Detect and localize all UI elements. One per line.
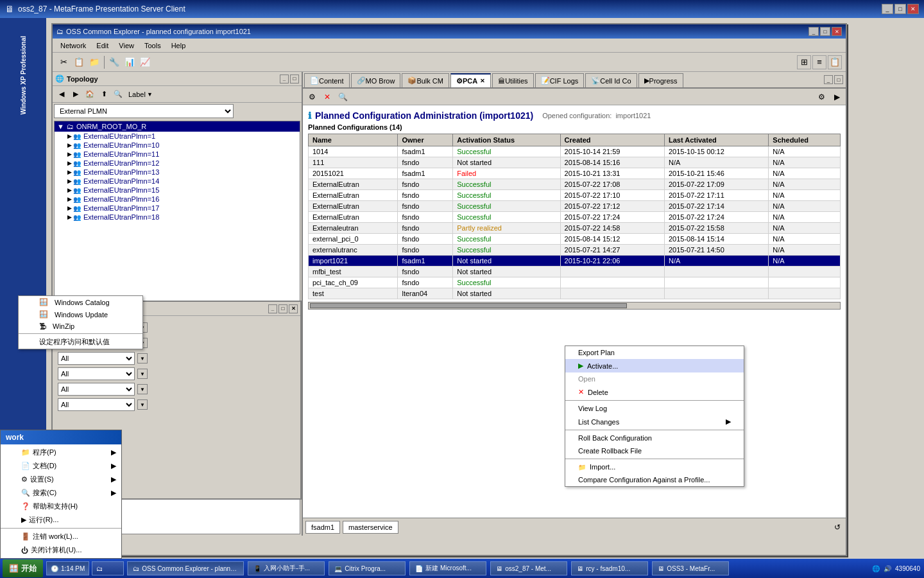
tab-mobrow[interactable]: 🔗 MO Brow (351, 73, 401, 87)
table-row[interactable]: 111 fsndo Not started 2015-08-14 15:16 N… (309, 157, 841, 168)
tab-ciflogs[interactable]: 📝 CIF Logs (535, 73, 585, 87)
menu-help[interactable]: Help (166, 40, 191, 51)
wcm-item-catalog[interactable]: 🪟 Windows Catalog (19, 296, 142, 308)
outer-close-btn[interactable]: ✕ (907, 4, 919, 14)
filter-select-3[interactable]: All (58, 367, 135, 380)
toolbar-config-btn[interactable]: 📈 (138, 55, 152, 69)
tab-bulkcm[interactable]: 📦 Bulk CM (402, 73, 449, 87)
table-row[interactable]: ExternalEutran fsndo Successful 2015-07-… (309, 190, 841, 201)
menu-view[interactable]: View (114, 40, 139, 51)
filter-select-4[interactable]: All (58, 383, 135, 396)
toolbar-paste-btn[interactable]: 📁 (87, 55, 101, 69)
nav-search-btn[interactable]: 🔍 (112, 88, 124, 101)
start-menu-item-help[interactable]: ❓ 帮助和支持(H) (1, 500, 121, 513)
tree-item-5[interactable]: ▶ 👥 ExternalEUtranPlmn=14 (55, 177, 300, 186)
topology-minimize-btn[interactable]: _ (280, 74, 289, 83)
table-row[interactable]: externalutranc fsndo Successful 2015-07-… (309, 245, 841, 256)
filter-minimize-btn[interactable]: _ (268, 304, 277, 313)
ctx-list-changes[interactable]: List Changes ▶ (565, 415, 744, 428)
outer-minimize-btn[interactable]: _ (882, 4, 893, 14)
nav-home-btn[interactable]: 🏠 (83, 88, 96, 101)
tab-tool-config[interactable]: ⚙ (815, 91, 828, 103)
tab-utilities[interactable]: 🏛 Utilities (492, 73, 533, 87)
table-row[interactable]: 20151021 fsadm1 Failed 2015-10-21 13:31 … (309, 168, 841, 179)
toolbar-refresh-btn[interactable]: 🔧 (107, 55, 121, 69)
filter-dropdown-btn-2[interactable]: ▼ (137, 353, 148, 363)
taskbar-item-7[interactable]: 🖥 OSS3 - MetaFr... (652, 561, 729, 575)
table-row[interactable]: mfbi_test fsndo Not started (309, 267, 841, 277)
menu-network[interactable]: Network (55, 40, 91, 51)
toolbar-right-btn3[interactable]: 📋 (828, 55, 842, 69)
tree-root[interactable]: ▼ 🗂 ONRM_ROOT_MO_R (55, 121, 300, 132)
table-row[interactable]: external_pci_0 fsndo Successful 2015-08-… (309, 234, 841, 245)
start-menu-item-logout[interactable]: 🚪 注销 work(L)... (1, 530, 121, 543)
topology-maximize-btn[interactable]: □ (290, 74, 299, 83)
filter-close-btn[interactable]: ✕ (289, 304, 298, 313)
ctx-import[interactable]: 📁 Import... (565, 460, 744, 473)
toolbar-copy-btn[interactable]: 📋 (72, 55, 86, 69)
tree-item-0[interactable]: ▶ 👥 ExternalEUtranPlmn=1 (55, 132, 300, 141)
tab-tool-right[interactable]: ▶ (830, 91, 843, 103)
tree-item-1[interactable]: ▶ 👥 ExternalEUtranPlmn=10 (55, 141, 300, 150)
table-row[interactable]: ExternalEutran fsndo Successful 2015-07-… (309, 179, 841, 190)
tree-item-4[interactable]: ▶ 👥 ExternalEUtranPlmn=13 (55, 168, 300, 177)
ctx-compare[interactable]: Compare Configuration Against a Profile.… (565, 473, 744, 486)
menu-edit[interactable]: Edit (91, 40, 114, 51)
filter-select-5[interactable]: All (58, 398, 135, 411)
toolbar-right-btn1[interactable]: ⊞ (797, 55, 811, 69)
taskbar-item-5[interactable]: 🖥 oss2_87 - Met... (490, 561, 567, 575)
tab-tool-close[interactable]: ✕ (321, 91, 334, 103)
plmn-dropdown[interactable]: External PLMN (54, 104, 234, 118)
right-panel-maximize-btn[interactable]: □ (834, 75, 843, 84)
tab-tool-settings[interactable]: ⚙ (305, 91, 318, 103)
table-row[interactable]: import1021 fsadm1 Not started 2015-10-21… (309, 256, 841, 267)
tab-tool-search[interactable]: 🔍 (336, 91, 349, 103)
filter-dropdown-btn-4[interactable]: ▼ (137, 384, 148, 394)
ctx-create-rollback[interactable]: Create Rollback File (565, 444, 744, 457)
ctx-open[interactable]: Open (565, 372, 744, 385)
wcm-item-winzip[interactable]: 🗜 WinZip (19, 320, 142, 332)
taskbar-item-3[interactable]: 💻 Citrix Progra... (329, 561, 406, 575)
inner-close-btn[interactable]: ✕ (832, 27, 842, 36)
menu-tools[interactable]: Tools (139, 40, 166, 51)
status-refresh-btn[interactable]: ↺ (832, 521, 843, 533)
taskbar-item-6[interactable]: 🖥 rcy - fsadm10... (571, 561, 648, 575)
taskbar-item-0[interactable]: 🗂 (92, 561, 124, 575)
filter-maximize-btn[interactable]: □ (278, 304, 287, 313)
taskbar-item-2[interactable]: 📱 入网小助手-手... (248, 561, 325, 575)
filter-select-2[interactable]: All (58, 352, 135, 365)
wcm-item-update[interactable]: 🪟 Windows Update (19, 308, 142, 320)
scrollbar-horizontal[interactable] (308, 302, 841, 310)
tree-item-8[interactable]: ▶ 👥 ExternalEUtranPlmn=17 (55, 204, 300, 213)
nav-up-btn[interactable]: ⬆ (98, 88, 110, 101)
col-status[interactable]: Activation Status (453, 134, 560, 146)
table-row[interactable]: ExternalEutran fsndo Successful 2015-07-… (309, 212, 841, 223)
ctx-export-plan[interactable]: Export Plan (565, 346, 744, 359)
toolbar-search-btn[interactable]: 📊 (123, 55, 137, 69)
table-row[interactable]: Externaleutran fsndo Partly realized 201… (309, 223, 841, 234)
start-menu-item-run[interactable]: ▶ 运行(R)... (1, 513, 121, 527)
col-last-activated[interactable]: Last Activated (664, 134, 768, 146)
col-name[interactable]: Name (309, 134, 398, 146)
filter-dropdown-btn-3[interactable]: ▼ (137, 369, 148, 379)
start-menu-item-programs[interactable]: 📁 程序(P) ▶ (1, 446, 121, 459)
table-row[interactable]: test lteran04 Not started (309, 288, 841, 299)
tree-item-7[interactable]: ▶ 👥 ExternalEUtranPlmn=16 (55, 195, 300, 204)
wcm-item-default[interactable]: 设定程序访问和默认值 (19, 335, 142, 349)
tab-pca[interactable]: ⚙ PCA ✕ (450, 73, 491, 87)
toolbar-right-btn2[interactable]: ≡ (812, 55, 826, 69)
tree-item-6[interactable]: ▶ 👥 ExternalEUtranPlmn=15 (55, 186, 300, 195)
inner-maximize-btn[interactable]: □ (820, 27, 830, 36)
tree-item-3[interactable]: ▶ 👥 ExternalEUtranPlmn=12 (55, 159, 300, 168)
toolbar-back-btn[interactable]: ✂ (56, 55, 71, 69)
start-menu-item-settings[interactable]: ⚙ 设置(S) ▶ (1, 473, 121, 486)
tab-pca-close[interactable]: ✕ (480, 78, 485, 84)
start-menu-item-shutdown[interactable]: ⏻ 关闭计算机(U)... (1, 543, 121, 557)
ctx-rollback[interactable]: Roll Back Configuration (565, 432, 744, 444)
start-button[interactable]: 🪟 开始 (3, 559, 43, 577)
table-row[interactable]: 1014 fsadm1 Successful 2015-10-14 21:59 … (309, 146, 841, 157)
ctx-activate[interactable]: ▶ Activate... (565, 359, 744, 372)
tab-progress[interactable]: ▶ Progress (638, 73, 683, 87)
table-row[interactable]: pci_tac_ch_09 fsndo Successful (309, 277, 841, 288)
col-owner[interactable]: Owner (398, 134, 453, 146)
